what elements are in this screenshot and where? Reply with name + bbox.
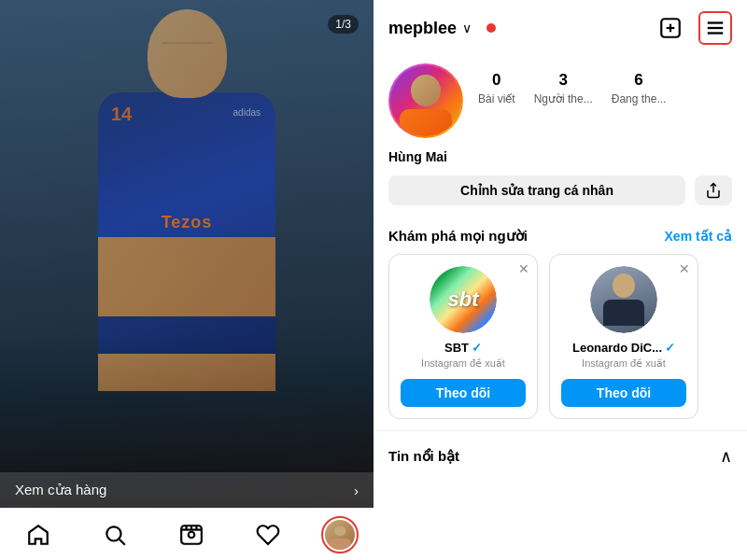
- menu-button[interactable]: [698, 11, 732, 45]
- profile-avatar[interactable]: [388, 63, 463, 138]
- profile-info: 0 Bài viết 3 Người the... 6 Đang the...: [374, 56, 747, 149]
- bottom-nav: [0, 508, 374, 560]
- username: mepblee: [388, 19, 457, 38]
- nav-reels[interactable]: [168, 511, 215, 558]
- stat-posts-number: 0: [478, 71, 515, 90]
- live-dot: [486, 23, 496, 33]
- discover-header: Khám phá mọi người Xem tất cả: [374, 220, 747, 254]
- sbt-sub: Instagram đề xuất: [421, 357, 505, 370]
- follow-leo-button[interactable]: Theo dõi: [561, 379, 686, 407]
- stat-followers[interactable]: 3 Người the...: [534, 71, 593, 106]
- shop-bar-arrow: ›: [354, 483, 359, 498]
- edit-btn-row: Chỉnh sửa trang cá nhân: [374, 175, 747, 220]
- close-leo-button[interactable]: ✕: [679, 262, 690, 275]
- story-image[interactable]: 14 Tezos adidas 1/3 Xem cửa hàng ›: [0, 0, 374, 560]
- discover-title: Khám phá mọi người: [388, 228, 528, 245]
- svg-point-3: [189, 531, 195, 538]
- profile-name: Hùng Mai: [374, 149, 747, 175]
- right-panel: mepblee ∨: [374, 0, 747, 560]
- nav-search[interactable]: [92, 511, 138, 558]
- leo-avatar-img: [590, 266, 657, 333]
- profile-header: mepblee ∨: [374, 0, 747, 56]
- leo-sub: Instagram đề xuất: [582, 357, 666, 370]
- leo-name: Leonardo DiC... ✓: [572, 341, 675, 355]
- share-profile-button[interactable]: [695, 175, 732, 205]
- nav-avatar: [325, 520, 355, 550]
- suggestion-card-sbt: ✕ sbt SBT ✓ Instagram đề xuất Theo dõi: [388, 254, 538, 419]
- sbt-name: SBT ✓: [444, 341, 482, 355]
- home-icon: [26, 523, 50, 547]
- left-panel: 14 Tezos adidas 1/3 Xem cửa hàng ›: [0, 0, 374, 560]
- highlights-title: Tin nổi bật: [388, 448, 459, 465]
- stat-followers-label: Người the...: [534, 92, 593, 105]
- stat-following-label: Đang the...: [612, 92, 667, 105]
- shop-bar[interactable]: Xem cửa hàng ›: [0, 472, 374, 508]
- leo-figure: [603, 273, 644, 326]
- see-all-button[interactable]: Xem tất cả: [665, 229, 732, 244]
- svg-line-1: [120, 539, 125, 544]
- stat-posts-label: Bài viết: [478, 92, 515, 105]
- highlights-header: Tin nổi bật ∧: [374, 430, 747, 474]
- stat-posts[interactable]: 0 Bài viết: [478, 71, 515, 106]
- nav-home[interactable]: [15, 511, 62, 558]
- leo-head: [613, 273, 635, 298]
- sbt-logo: sbt: [430, 266, 497, 333]
- stat-following[interactable]: 6 Đang the...: [612, 71, 667, 106]
- stat-following-number: 6: [612, 71, 667, 90]
- suggestion-card-leo: ✕ Leonardo DiC... ✓ Instagram đề xuất Th…: [549, 254, 698, 419]
- sbt-verified-icon: ✓: [472, 341, 482, 355]
- menu-icon: [705, 18, 726, 38]
- add-icon: [658, 16, 683, 40]
- stats-row: 0 Bài viết 3 Người the... 6 Đang the...: [478, 63, 732, 106]
- heart-icon: [256, 523, 280, 547]
- follow-sbt-button[interactable]: Theo dõi: [401, 379, 526, 407]
- leo-avatar: [590, 266, 657, 333]
- story-counter: 1/3: [328, 15, 359, 34]
- chevron-up-icon[interactable]: ∧: [720, 446, 732, 467]
- leo-verified-icon: ✓: [665, 341, 675, 355]
- avatar-inner: [390, 65, 461, 136]
- sbt-avatar: sbt: [430, 266, 497, 333]
- add-post-button[interactable]: [654, 11, 687, 45]
- close-sbt-button[interactable]: ✕: [518, 262, 529, 275]
- edit-profile-button[interactable]: Chỉnh sửa trang cá nhân: [388, 175, 685, 205]
- shop-bar-text: Xem cửa hàng: [15, 482, 106, 498]
- svg-point-0: [106, 526, 120, 540]
- share-icon: [705, 182, 722, 199]
- username-row: mepblee ∨: [388, 19, 496, 38]
- stat-followers-number: 3: [534, 71, 593, 90]
- reels-icon: [179, 523, 204, 547]
- leo-suit: [603, 300, 644, 326]
- nav-activity[interactable]: [245, 511, 291, 558]
- nav-profile[interactable]: [321, 516, 359, 553]
- suggestions-row: ✕ sbt SBT ✓ Instagram đề xuất Theo dõi ✕: [374, 254, 747, 419]
- search-icon: [103, 523, 127, 547]
- header-icons: [654, 11, 732, 45]
- chevron-down-icon[interactable]: ∨: [462, 21, 472, 35]
